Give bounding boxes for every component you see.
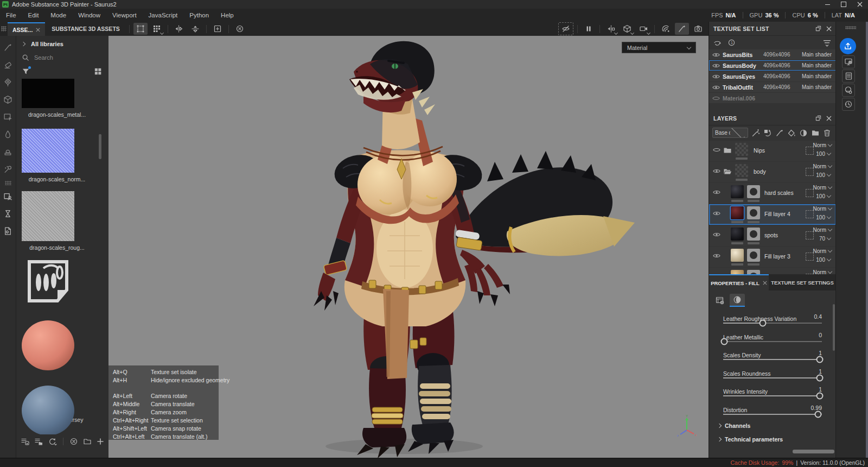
layer-thumbnail[interactable] — [731, 206, 744, 219]
opacity-value[interactable]: 70 — [819, 236, 831, 242]
save-shelf-icon[interactable] — [21, 437, 29, 446]
panel-grip-icon[interactable] — [1, 26, 7, 31]
layer-thumbnail[interactable] — [731, 185, 744, 198]
add-smart-material-icon[interactable] — [763, 129, 772, 137]
asset-thumbnail-fabric-cotton[interactable] — [22, 320, 74, 370]
blend-channel-dropdown[interactable]: Base color — [712, 128, 748, 138]
slider-track[interactable] — [723, 377, 822, 378]
viewport-3d[interactable]: Material Alt+QTexture set isolate Alt+HH… — [108, 36, 709, 458]
layer-mask-thumbnail[interactable] — [747, 185, 760, 198]
layer-row-fill[interactable]: soft scales Norm — [709, 268, 836, 274]
clone-tool-button[interactable] — [2, 145, 15, 158]
iray-render-button[interactable] — [659, 23, 673, 35]
eye-icon[interactable] — [713, 253, 720, 258]
layer-thumbnail[interactable] — [731, 270, 744, 274]
shader-material-dropdown[interactable]: Material — [622, 42, 696, 53]
tab-close-icon[interactable] — [36, 28, 40, 32]
paint-mode-button[interactable] — [675, 23, 689, 35]
blend-mode-dropdown[interactable]: Norm — [813, 206, 832, 212]
symmetry-y-button[interactable] — [188, 23, 202, 35]
blend-mode-dropdown[interactable]: Norm — [813, 185, 832, 191]
eye-icon[interactable] — [712, 85, 720, 90]
polygon-fill-tool-button[interactable] — [2, 110, 15, 123]
menu-edit[interactable]: Edit — [22, 9, 45, 22]
filter-button[interactable] — [22, 67, 30, 75]
asset-thumbnail-normal[interactable] — [22, 129, 74, 173]
eye-icon[interactable] — [712, 63, 720, 68]
search-input[interactable] — [33, 54, 95, 61]
share-export-button[interactable] — [840, 38, 856, 54]
layer-thumbnail[interactable] — [731, 228, 744, 241]
properties-vscrollbar[interactable] — [833, 304, 835, 351]
eraser-tool-button[interactable] — [2, 58, 15, 71]
add-group-folder-icon[interactable] — [811, 129, 820, 137]
toggle-visibility-sync-icon[interactable] — [713, 39, 723, 47]
eye-icon[interactable] — [713, 147, 720, 153]
eye-icon[interactable] — [713, 190, 720, 195]
reset-view-button[interactable] — [233, 23, 247, 35]
close-button[interactable] — [852, 0, 868, 9]
properties-hscrollbar[interactable] — [793, 450, 834, 453]
eye-icon[interactable] — [712, 52, 720, 58]
asset-thumbnail-denim[interactable] — [22, 386, 74, 434]
fill-mode-grid-button[interactable] — [150, 23, 164, 35]
layer-thumbnail[interactable] — [735, 143, 748, 156]
slider-track[interactable] — [723, 359, 822, 360]
camera-projection-button[interactable] — [620, 23, 634, 35]
blend-mode-dropdown[interactable]: Norm — [813, 142, 832, 148]
opacity-value[interactable]: 100 — [816, 172, 831, 178]
add-asset-icon[interactable] — [97, 438, 104, 445]
strip-grip-icon[interactable] — [845, 26, 856, 29]
slider-track[interactable] — [723, 341, 822, 342]
float-panel-icon[interactable] — [815, 115, 821, 121]
slider-thumb[interactable] — [814, 411, 821, 418]
opacity-value[interactable]: 100 — [816, 151, 831, 157]
layer-mask-thumbnail[interactable] — [747, 249, 760, 262]
layer-mask-thumbnail[interactable] — [747, 270, 760, 274]
add-effect-wand-icon[interactable] — [751, 129, 760, 137]
reload-shelf-icon[interactable] — [48, 437, 57, 446]
asset-thumbnail-embroidery[interactable] — [22, 256, 74, 306]
focus-frame-button[interactable] — [210, 23, 225, 35]
tab-close-icon[interactable] — [763, 281, 767, 285]
open-folder-icon[interactable] — [83, 437, 92, 446]
all-libraries-row[interactable]: All libraries — [16, 38, 108, 50]
menu-viewport[interactable]: Viewport — [106, 9, 143, 22]
axis-gizmo[interactable]: Y z x — [675, 414, 699, 438]
layer-mask-thumbnail[interactable] — [747, 206, 760, 219]
section-channels[interactable]: Channels — [718, 422, 750, 429]
eye-icon[interactable] — [713, 211, 720, 216]
camera-settings-button[interactable] — [636, 23, 650, 35]
minimize-button[interactable] — [819, 0, 835, 9]
history-tool-button[interactable] — [2, 207, 15, 220]
layer-mask-thumbnail[interactable] — [747, 228, 760, 241]
opacity-value[interactable]: 100 — [816, 193, 831, 199]
slider-thumb[interactable] — [816, 375, 824, 382]
layer-row-folder[interactable]: body Norm 100 — [709, 162, 836, 182]
layer-row-folder[interactable]: Nips Norm 100 — [709, 141, 836, 161]
blend-mode-dropdown[interactable]: Norm — [813, 269, 832, 274]
assets-scrollbar[interactable] — [99, 134, 101, 159]
symmetry-settings-button[interactable] — [604, 23, 618, 35]
list-options-icon[interactable] — [822, 39, 832, 47]
pause-engine-button[interactable] — [582, 23, 596, 35]
eye-icon[interactable] — [713, 168, 720, 174]
close-panel-icon[interactable] — [826, 26, 832, 31]
texture-view-button[interactable] — [2, 224, 15, 237]
screenshot-button[interactable] — [691, 23, 705, 35]
blend-mode-dropdown[interactable]: Norm — [813, 227, 832, 233]
shelf-panel-button[interactable] — [842, 70, 855, 83]
resources-shelf-button[interactable] — [2, 190, 15, 203]
asset-thumbnail-metallic[interactable] — [22, 79, 74, 108]
display-settings-button[interactable] — [842, 55, 855, 68]
layer-row-fill[interactable]: hard scales Norm 100 — [709, 183, 836, 204]
smudge-tool-button[interactable] — [2, 128, 15, 141]
slider-thumb[interactable] — [816, 356, 824, 363]
layer-row-fill[interactable]: Fill layer 3 Norm 100 — [709, 247, 836, 267]
texture-set-row[interactable]: TribalOutfit4096x4096Main shader — [709, 82, 836, 92]
add-mask-icon[interactable] — [799, 129, 808, 137]
window-edge-scrollbar[interactable] — [866, 22, 868, 458]
layer-thumbnail[interactable] — [731, 249, 744, 262]
material-properties-subtab[interactable] — [712, 294, 727, 307]
eye-off-icon[interactable] — [712, 96, 720, 101]
